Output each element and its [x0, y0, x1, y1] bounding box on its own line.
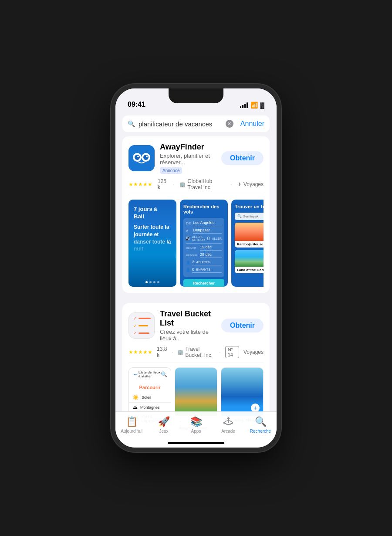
search-icon: 🔍 — [128, 120, 135, 127]
status-icons: 📶 ▓ — [240, 102, 264, 109]
developer-name-bucket: Travel Bucket, Inc. — [185, 346, 215, 358]
bucket-search-icon: 🔍 — [161, 371, 167, 377]
search-input[interactable]: planificateur de vacances — [139, 120, 222, 128]
apps-label: Apps — [191, 429, 201, 434]
hotel-card-gods: Land of the Gods Inn — [235, 250, 264, 273]
apps-icon: 📚 — [190, 416, 202, 427]
app-info-awayfinder: AwayFinder Explorer, planifier et réserv… — [160, 142, 216, 174]
developer-info: 🏢 GlobalHub Travel Inc. — [179, 178, 225, 190]
meta-divider-1: · — [173, 181, 174, 187]
return-row: RETOUR 28 déc — [186, 252, 222, 258]
from-row: DE Los Angeles — [186, 221, 222, 226]
app-card-awayfinder: AwayFinder Explorer, planifier et réserv… — [122, 136, 270, 293]
review-count-bucket: 13,8 k — [157, 346, 167, 358]
bucket-item-sun: ☀️ Soleil — [129, 393, 171, 403]
dot-2 — [149, 281, 152, 283]
today-icon: 📋 — [126, 416, 138, 427]
awayfinder-logo — [128, 145, 155, 171]
check-icon-1: ✓ — [133, 316, 137, 321]
developer-name: GlobalHub Travel Inc. — [187, 178, 225, 190]
tab-today[interactable]: 📋 Aujourd'hui — [115, 416, 148, 434]
app-desc-bucket: Créez votre liste de lieux à... — [160, 329, 216, 342]
hotel-search-icon: 🔍 — [237, 214, 242, 218]
get-button-bucket[interactable]: Obtenir — [221, 319, 264, 332]
app-meta-bucket: ★★★★★ 13,8 k · 🏢 Travel Bucket, Inc. · N… — [128, 346, 264, 363]
oneway-checkbox — [207, 237, 209, 240]
app-name-bucket: Travel Bucket List — [160, 309, 216, 328]
battery-icon: ▓ — [260, 102, 264, 109]
app-icon-bucket: ✓ ✓ ✓ — [128, 312, 155, 339]
signal-bars-icon — [240, 102, 248, 108]
bucket-row-2: ✓ — [133, 323, 148, 328]
sun-label: Soleil — [142, 395, 151, 400]
plane-icon: ✈ — [237, 181, 242, 187]
search-bar[interactable]: 🔍 planificateur de vacances ✕ Annuler — [122, 115, 270, 132]
children-icon: 👤 — [186, 268, 190, 272]
screenshot-flights: Rechercher des vols DE Los Angeles À Den… — [180, 200, 228, 287]
signal-bar-3 — [244, 104, 246, 108]
search-bar-container: 🔍 planificateur de vacances ✕ Annuler — [115, 112, 277, 136]
home-indicator — [168, 442, 224, 444]
search-tab-icon: 🔍 — [255, 416, 267, 427]
hotel-image-kamboja — [235, 223, 264, 241]
get-button-awayfinder[interactable]: Obtenir — [221, 151, 264, 165]
svg-point-5 — [137, 156, 139, 157]
status-bar: 09:41 📶 ▓ — [115, 88, 277, 112]
hotel-search-bar: 🔍 Seminyak — [235, 213, 264, 220]
search-bar-inner: 🔍 planificateur de vacances ✕ — [128, 120, 233, 128]
mountain-label: Montagnes — [140, 405, 160, 410]
line-1 — [139, 318, 151, 319]
app-header-bucket: ✓ ✓ ✓ Travel Bucket Lis — [128, 309, 264, 342]
to-value: Denpasar — [193, 228, 222, 234]
hangzhou-image — [175, 368, 217, 416]
depart-row: DÉPART 15 déc — [186, 245, 222, 251]
line-2 — [139, 325, 148, 326]
children-value: 0 ENFANTS — [192, 267, 222, 273]
bucket-row-1: ✓ — [133, 316, 151, 321]
depart-label: DÉPART — [186, 247, 198, 249]
meta-divider-3: · — [172, 349, 173, 355]
roundtrip-checkbox: ✓ — [186, 237, 189, 240]
search-cancel-button[interactable]: Annuler — [237, 120, 264, 128]
arcade-icon: 🕹 — [223, 416, 233, 427]
children-row: 👤 0 ENFANTS — [186, 267, 222, 273]
hotel-name-kamboja: Kamboja House — [235, 241, 264, 248]
adults-row: 👤 2 ADULTES — [186, 260, 222, 265]
bali-days: 7 jours à Bali — [134, 206, 157, 221]
tab-apps[interactable]: 📚 Apps — [180, 416, 212, 434]
category-name: Voyages — [243, 181, 264, 187]
category-bucket: Voyages — [243, 349, 264, 355]
search-button-mini: Rechercher — [183, 279, 224, 287]
app-icon-awayfinder — [128, 145, 155, 171]
from-value: Los Angeles — [193, 221, 222, 226]
hotel-name-gods: Land of the Gods Inn — [235, 267, 264, 273]
games-icon: 🚀 — [158, 416, 170, 427]
wifi-icon: 📶 — [250, 102, 258, 109]
hotel-arch-decoration — [235, 223, 264, 241]
signal-bar-2 — [242, 105, 243, 108]
app-header-awayfinder: AwayFinder Explorer, planifier et réserv… — [128, 142, 264, 174]
developer-info-bucket: 🏢 Travel Bucket, Inc. — [177, 346, 215, 358]
app-name-awayfinder: AwayFinder — [160, 142, 216, 152]
hotel-search-text: Seminyak — [243, 214, 258, 218]
return-label: RETOUR — [186, 254, 198, 257]
status-time: 09:41 — [128, 101, 145, 109]
to-label: À — [186, 229, 191, 233]
return-value: 28 déc — [200, 252, 222, 258]
review-count: 125 k — [158, 178, 168, 190]
hotels-title: Trouver un hôtel — [235, 204, 264, 209]
svg-rect-0 — [128, 145, 155, 171]
developer-icon: 🏢 — [179, 182, 186, 187]
search-clear-button[interactable]: ✕ — [226, 120, 233, 128]
tab-search[interactable]: 🔍 Recherche — [244, 416, 277, 434]
app-meta-awayfinder: ★★★★★ 125 k · 🏢 GlobalHub Travel Inc. · … — [128, 178, 264, 195]
check-icon-2: ✓ — [133, 323, 137, 328]
rating-stars: ★★★★★ — [128, 181, 152, 187]
check-icon-3: ✓ — [133, 331, 137, 336]
tab-arcade[interactable]: 🕹 Arcade — [212, 416, 244, 434]
svg-point-6 — [146, 156, 148, 157]
scroll-content[interactable]: AwayFinder Explorer, planifier et réserv… — [115, 136, 277, 430]
search-tab-label: Recherche — [250, 429, 271, 434]
sun-emoji: ☀️ — [132, 394, 139, 400]
tab-games[interactable]: 🚀 Jeux — [148, 416, 180, 434]
